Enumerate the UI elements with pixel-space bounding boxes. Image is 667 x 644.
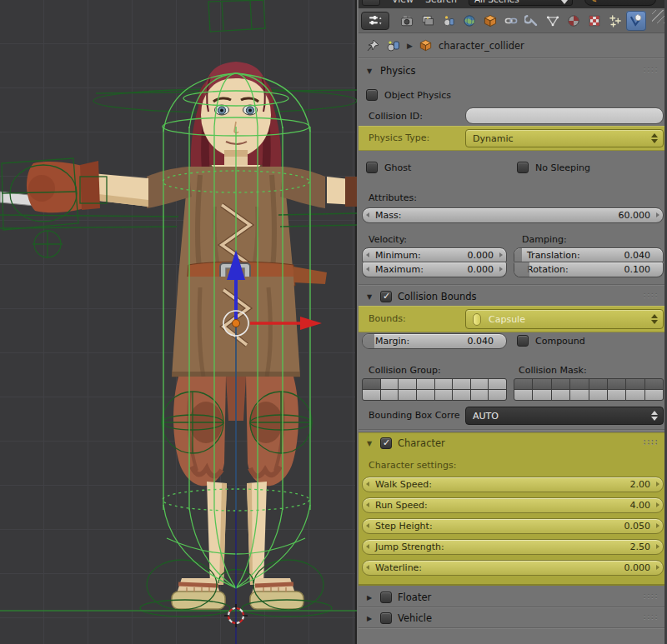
- vehicle-panel-header[interactable]: ▶ Vehicle ::::: [359, 610, 667, 627]
- ghost-checkbox[interactable]: [366, 162, 378, 173]
- panel-drag-dots[interactable]: ::::: [643, 289, 659, 300]
- collision-layer-cell[interactable]: [645, 390, 663, 400]
- object-physics-checkbox[interactable]: [366, 89, 378, 101]
- tab-object[interactable]: [480, 11, 500, 31]
- tab-particles[interactable]: [605, 11, 625, 31]
- tab-object-data[interactable]: [543, 11, 563, 31]
- collision-layer-cell[interactable]: [514, 379, 532, 389]
- collision-layer-cell[interactable]: [471, 379, 489, 389]
- scene-filter-field[interactable]: ✎: [584, 0, 656, 6]
- increment-caret-icon[interactable]: [656, 544, 659, 549]
- decrement-caret-icon[interactable]: [366, 267, 369, 272]
- margin-slider[interactable]: Margin: 0.040: [362, 333, 507, 349]
- step-height-slider[interactable]: Step Height: 0.050: [362, 518, 664, 534]
- tab-render[interactable]: [397, 11, 417, 31]
- increment-caret-icon[interactable]: [499, 267, 503, 272]
- damping-translation-slider[interactable]: Translation: 0.040: [514, 247, 664, 262]
- decrement-caret-icon[interactable]: [366, 544, 369, 549]
- waterline-slider[interactable]: Waterline: 0.000: [362, 560, 664, 576]
- collision-layer-cell[interactable]: [589, 379, 607, 389]
- tab-texture[interactable]: [584, 11, 604, 31]
- increment-caret-icon[interactable]: [499, 252, 503, 257]
- collision-layer-cell[interactable]: [626, 379, 644, 389]
- collision-layer-cell[interactable]: [363, 390, 380, 400]
- physics-panel-header[interactable]: ▼ Physics ::::: [359, 62, 667, 79]
- collision-layer-cell[interactable]: [608, 379, 625, 389]
- collision-layer-cell[interactable]: [552, 379, 569, 389]
- collision-bounds-checkbox[interactable]: [380, 291, 392, 302]
- collision-layer-cell[interactable]: [399, 390, 416, 400]
- collision-layer-cell[interactable]: [417, 379, 434, 389]
- pushpin-icon[interactable]: [365, 38, 380, 53]
- collision-layer-cell[interactable]: [552, 390, 569, 400]
- character-checkbox[interactable]: [380, 437, 392, 449]
- collision-layer-cell[interactable]: [514, 390, 532, 400]
- floater-panel-header[interactable]: ▶ Floater ::::: [359, 589, 667, 606]
- no-sleeping-checkbox[interactable]: [517, 162, 529, 173]
- collision-layer-cell[interactable]: [570, 390, 588, 400]
- collision-layer-cell[interactable]: [533, 379, 550, 389]
- damping-rotation-slider[interactable]: Rotation: 0.100: [514, 262, 664, 277]
- decrement-caret-icon[interactable]: [366, 482, 369, 487]
- decrement-caret-icon[interactable]: [366, 523, 369, 528]
- increment-caret-icon[interactable]: [656, 212, 659, 217]
- compound-checkbox[interactable]: [517, 335, 529, 347]
- collision-layer-cell[interactable]: [417, 390, 434, 400]
- decrement-caret-icon[interactable]: [366, 502, 369, 507]
- floater-checkbox[interactable]: [380, 592, 392, 603]
- collision-layer-cell[interactable]: [363, 379, 380, 389]
- tab-render-layers[interactable]: [418, 11, 438, 31]
- increment-caret-icon[interactable]: [656, 502, 659, 507]
- run-speed-slider[interactable]: Run Speed: 4.00: [362, 497, 664, 513]
- collision-layer-cell[interactable]: [533, 390, 550, 400]
- collision-layer-cell[interactable]: [381, 379, 399, 389]
- collision-layer-cell[interactable]: [489, 379, 506, 389]
- velocity-minimum-slider[interactable]: Minimum: 0.000: [362, 247, 507, 262]
- increment-caret-icon[interactable]: [656, 482, 659, 487]
- editor-corner-grip[interactable]: [652, 10, 665, 23]
- bounding-box-dropdown[interactable]: AUTO: [465, 407, 664, 425]
- decrement-caret-icon[interactable]: [366, 565, 369, 570]
- tab-modifiers[interactable]: [522, 11, 542, 31]
- collision-layer-cell[interactable]: [435, 390, 453, 400]
- tab-scene[interactable]: [439, 11, 459, 31]
- decrement-caret-icon[interactable]: [366, 212, 369, 217]
- tab-material[interactable]: [564, 11, 584, 31]
- panel-drag-dots[interactable]: ::::: [643, 611, 659, 622]
- decrement-caret-icon[interactable]: [366, 252, 369, 257]
- collision-layer-cell[interactable]: [626, 390, 644, 400]
- 3d-viewport[interactable]: [0, 0, 357, 644]
- panel-drag-dots[interactable]: ::::: [643, 436, 659, 447]
- collision-layer-cell[interactable]: [589, 390, 607, 400]
- collision-bounds-panel-header[interactable]: ▼ Collision Bounds ::::: [359, 288, 667, 305]
- collision-layer-cell[interactable]: [381, 390, 399, 400]
- collision-layer-cell[interactable]: [608, 390, 625, 400]
- collision-layer-cell[interactable]: [471, 390, 489, 400]
- collision-layer-cell[interactable]: [435, 379, 453, 389]
- panel-drag-dots[interactable]: ::::: [643, 590, 659, 601]
- tab-physics[interactable]: [626, 11, 646, 31]
- tab-world[interactable]: [459, 11, 479, 31]
- vehicle-checkbox[interactable]: [380, 612, 392, 624]
- editor-type-selector[interactable]: [361, 12, 389, 30]
- collision-layer-cell[interactable]: [453, 390, 470, 400]
- collision-layer-cell[interactable]: [489, 390, 506, 400]
- physics-type-dropdown[interactable]: Dynamic: [465, 129, 664, 147]
- increment-caret-icon[interactable]: [656, 523, 659, 528]
- collision-layer-cell[interactable]: [399, 379, 416, 389]
- collision-layer-cell[interactable]: [645, 379, 663, 389]
- bounds-dropdown[interactable]: Capsule: [465, 309, 664, 329]
- scene-selector[interactable]: All Scenes: [469, 0, 573, 6]
- collision-id-input[interactable]: [465, 107, 664, 124]
- panel-drag-dots[interactable]: ::::: [643, 63, 659, 74]
- collision-layer-cell[interactable]: [453, 379, 470, 389]
- walk-speed-slider[interactable]: Walk Speed: 2.00: [362, 477, 664, 492]
- view-menu[interactable]: View: [392, 0, 414, 5]
- character-panel-header[interactable]: ▼ Character ::::: [359, 435, 667, 452]
- increment-caret-icon[interactable]: [656, 565, 659, 570]
- jump-strength-slider[interactable]: Jump Strength: 2.50: [362, 539, 664, 555]
- search-menu[interactable]: Search: [425, 0, 457, 5]
- velocity-maximum-slider[interactable]: Maximum: 0.000: [362, 262, 507, 277]
- mass-slider[interactable]: Mass: 60.000: [362, 207, 664, 223]
- editor-type-button[interactable]: [362, 0, 380, 6]
